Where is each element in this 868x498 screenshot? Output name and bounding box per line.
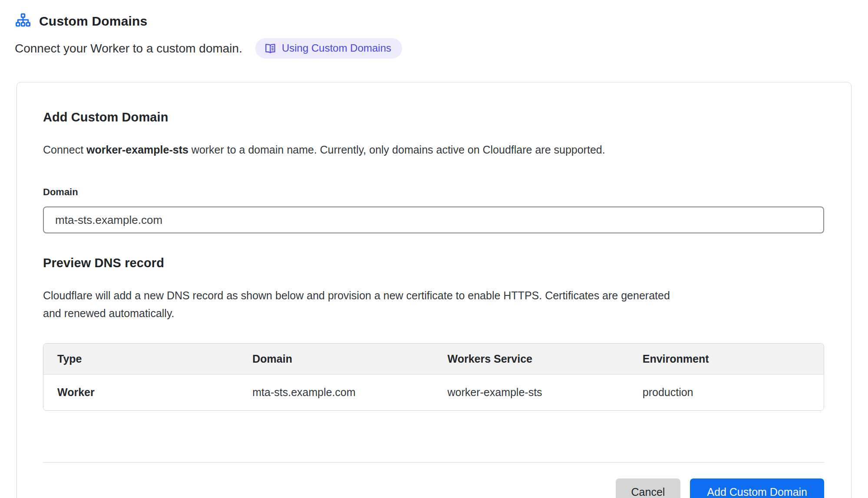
card-heading: Add Custom Domain (43, 110, 824, 124)
sitemap-icon (15, 13, 31, 29)
column-header-type: Type (43, 344, 238, 375)
preview-dns-heading: Preview DNS record (43, 256, 824, 270)
cell-domain: mta-sts.example.com (238, 375, 433, 411)
page-header: Custom Domains Connect your Worker to a … (0, 0, 868, 59)
card-description: Connect worker-example-sts worker to a d… (43, 144, 824, 156)
page-subtitle: Connect your Worker to a custom domain. (15, 42, 242, 56)
preview-dns-description: Cloudflare will add a new DNS record as … (43, 287, 670, 322)
subtitle-row: Connect your Worker to a custom domain. … (15, 38, 851, 59)
page-title: Custom Domains (39, 14, 148, 29)
domain-input[interactable] (43, 206, 824, 233)
worker-name: worker-example-sts (86, 144, 188, 156)
footer-divider (43, 462, 824, 463)
open-book-icon (264, 43, 276, 54)
footer-actions: Cancel Add Custom Domain (43, 478, 824, 498)
table-row: Worker mta-sts.example.com worker-exampl… (43, 375, 824, 411)
add-custom-domain-card: Add Custom Domain Connect worker-example… (17, 82, 851, 498)
add-custom-domain-button[interactable]: Add Custom Domain (690, 478, 824, 498)
table-header-row: Type Domain Workers Service Environment (43, 344, 824, 375)
column-header-environment: Environment (629, 344, 824, 375)
description-prefix: Connect (43, 144, 86, 156)
docs-link-label: Using Custom Domains (282, 42, 391, 54)
cell-environment: production (629, 375, 824, 411)
cancel-button[interactable]: Cancel (616, 478, 681, 498)
cell-workers-service: worker-example-sts (434, 375, 629, 411)
title-row: Custom Domains (15, 13, 851, 29)
domain-field: Domain (43, 187, 824, 233)
column-header-domain: Domain (238, 344, 433, 375)
column-header-workers-service: Workers Service (434, 344, 629, 375)
domain-field-label: Domain (43, 187, 824, 198)
cell-type: Worker (43, 375, 238, 411)
dns-preview-table: Type Domain Workers Service Environment … (43, 343, 824, 411)
docs-link-badge[interactable]: Using Custom Domains (255, 38, 402, 59)
description-suffix: worker to a domain name. Currently, only… (188, 144, 605, 156)
